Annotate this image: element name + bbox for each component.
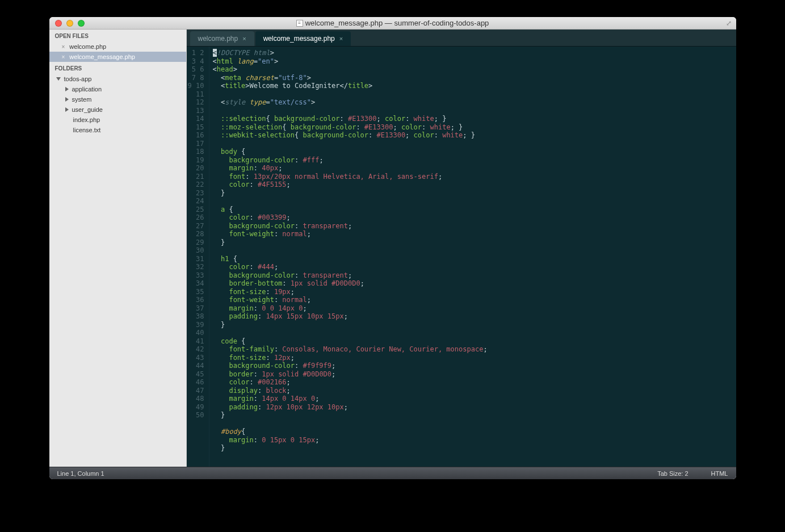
open-file-item[interactable]: ×welcome.php <box>49 41 186 52</box>
tab-label: welcome.php <box>198 35 238 43</box>
folder-root[interactable]: todos-app <box>49 74 186 84</box>
editor-area: welcome.php×welcome_message.php× 1 2 3 4… <box>187 30 736 467</box>
folder-label: system <box>72 96 92 103</box>
open-file-item[interactable]: ×welcome_message.php <box>49 52 186 62</box>
status-tab-size[interactable]: Tab Size: 2 <box>657 470 688 477</box>
folders-header: FOLDERS <box>49 62 186 74</box>
folder-label: user_guide <box>72 106 103 113</box>
code-editor[interactable]: 1 2 3 4 5 6 7 8 9 10 11 12 13 14 15 16 1… <box>187 47 736 467</box>
close-icon[interactable]: × <box>339 35 343 42</box>
open-file-label: welcome_message.php <box>69 53 135 60</box>
tab[interactable]: welcome_message.php× <box>255 31 351 46</box>
window-title-text: welcome_message.php — summer-of-coding-t… <box>305 19 489 27</box>
status-cursor-position[interactable]: Line 1, Column 1 <box>57 470 104 477</box>
open-file-label: welcome.php <box>69 43 106 50</box>
file-icon: ≡ <box>296 20 303 27</box>
tab[interactable]: welcome.php× <box>190 31 254 46</box>
code-content[interactable]: <!DOCTYPE html> <html lang="en"> <head> … <box>209 47 736 467</box>
titlebar[interactable]: ≡ welcome_message.php — summer-of-coding… <box>49 17 736 30</box>
folder-label: application <box>72 86 102 93</box>
folder-item[interactable]: system <box>49 94 186 104</box>
chevron-right-icon <box>65 87 69 91</box>
tab-label: welcome_message.php <box>263 35 335 43</box>
chevron-right-icon <box>65 97 69 102</box>
file-label: license.txt <box>73 127 101 133</box>
folder-item[interactable]: application <box>49 84 186 94</box>
gutter: 1 2 3 4 5 6 7 8 9 10 11 12 13 14 15 16 1… <box>187 47 209 467</box>
folder-item[interactable]: user_guide <box>49 104 186 115</box>
open-files-header: OPEN FILES <box>49 30 186 41</box>
window-title: ≡ welcome_message.php — summer-of-coding… <box>49 19 736 27</box>
chevron-down-icon <box>56 77 61 81</box>
close-icon[interactable]: × <box>242 35 246 42</box>
statusbar: Line 1, Column 1 Tab Size: 2 HTML <box>49 467 736 479</box>
maximize-icon[interactable]: ⤢ <box>726 19 733 26</box>
file-label: index.php <box>73 116 100 123</box>
editor-window: ≡ welcome_message.php — summer-of-coding… <box>49 17 736 479</box>
sidebar[interactable]: OPEN FILES ×welcome.php×welcome_message.… <box>49 30 187 467</box>
close-icon[interactable]: × <box>62 44 65 50</box>
window-body: OPEN FILES ×welcome.php×welcome_message.… <box>49 30 736 467</box>
tab-bar[interactable]: welcome.php×welcome_message.php× <box>187 30 736 47</box>
folder-root-label: todos-app <box>64 76 92 82</box>
status-syntax[interactable]: HTML <box>711 470 728 477</box>
chevron-right-icon <box>65 107 69 112</box>
file-item[interactable]: license.txt <box>49 125 186 135</box>
file-item[interactable]: index.php <box>49 115 186 125</box>
close-icon[interactable]: × <box>62 54 65 60</box>
